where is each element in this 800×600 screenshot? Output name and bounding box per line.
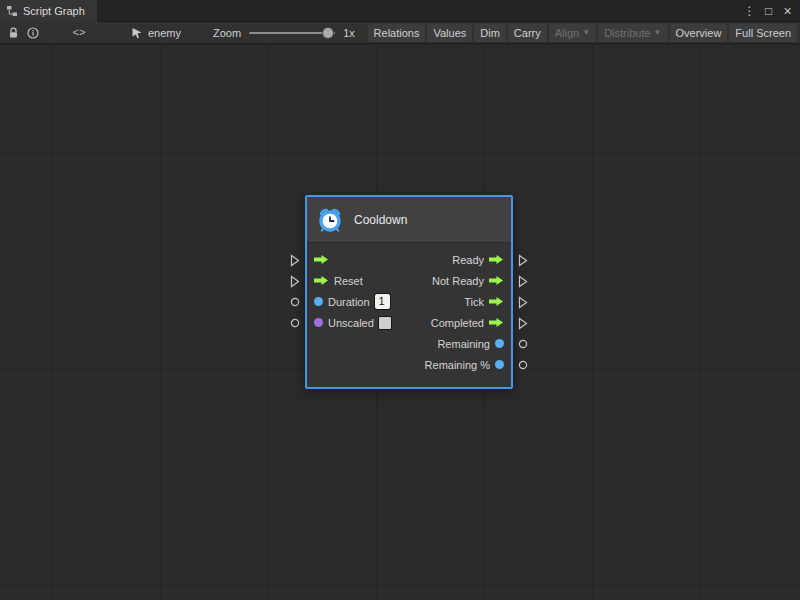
title-bar: Script Graph ⋮ □ × — [0, 0, 800, 22]
graph-target[interactable]: enemy — [131, 27, 181, 39]
port-label: Unscaled — [328, 317, 374, 329]
port-remaining[interactable]: Remaining — [437, 338, 504, 350]
window-menu-button[interactable]: ⋮ — [741, 2, 758, 20]
external-value-connector[interactable] — [290, 297, 300, 307]
node-body: Ready Reset Not Ready Duration 1 — [307, 243, 511, 387]
external-value-connector[interactable] — [518, 339, 528, 349]
port-label: Reset — [334, 275, 363, 287]
script-graph-icon — [6, 5, 18, 17]
node-header[interactable]: Cooldown — [307, 197, 511, 243]
zoom-value: 1x — [343, 27, 355, 39]
port-label: Tick — [464, 296, 484, 308]
graph-toolbar: <> enemy Zoom 1x Relations Values Dim Ca… — [0, 22, 800, 44]
zoom-slider-handle[interactable] — [323, 28, 333, 38]
external-value-connector[interactable] — [290, 318, 300, 328]
flow-port-icon — [489, 275, 504, 286]
target-name: enemy — [148, 27, 181, 39]
flow-port-icon — [314, 254, 329, 265]
distribute-button: Distribute ▼ — [598, 24, 667, 42]
port-label: Remaining % — [425, 359, 490, 371]
zoom-label: Zoom — [213, 27, 241, 39]
unscaled-checkbox[interactable] — [379, 317, 391, 329]
carry-button[interactable]: Carry — [508, 24, 547, 42]
external-flow-connector[interactable] — [518, 254, 528, 267]
lock-icon[interactable] — [3, 24, 23, 42]
port-label: Remaining — [437, 338, 490, 350]
value-port-icon — [314, 318, 323, 327]
align-button: Align ▼ — [549, 24, 596, 42]
port-duration[interactable]: Duration 1 — [314, 294, 390, 309]
external-value-connector[interactable] — [518, 360, 528, 370]
external-flow-connector[interactable] — [518, 296, 528, 309]
node-row: Remaining — [307, 333, 511, 354]
maximize-button[interactable]: □ — [760, 2, 777, 20]
toolbar-buttons: Relations Values Dim Carry Align ▼ Distr… — [366, 24, 797, 42]
dim-button[interactable]: Dim — [474, 24, 506, 42]
external-flow-connector[interactable] — [518, 317, 528, 330]
graph-canvas[interactable]: Cooldown Ready Reset Not Ready — [0, 44, 800, 600]
flow-port-icon — [489, 296, 504, 307]
window-controls: ⋮ □ × — [741, 2, 800, 20]
external-flow-connector[interactable] — [518, 275, 528, 288]
cooldown-node[interactable]: Cooldown Ready Reset Not Ready — [305, 195, 513, 389]
port-label: Not Ready — [432, 275, 484, 287]
chevron-down-icon: ▼ — [654, 24, 662, 42]
value-port-icon — [495, 360, 504, 369]
info-icon[interactable] — [23, 24, 43, 42]
port-unscaled[interactable]: Unscaled — [314, 317, 391, 329]
port-flow-in[interactable] — [314, 254, 329, 265]
external-flow-connector[interactable] — [290, 254, 300, 267]
flow-port-icon — [489, 254, 504, 265]
node-row: Reset Not Ready — [307, 270, 511, 291]
values-button[interactable]: Values — [427, 24, 472, 42]
port-label: Duration — [328, 296, 370, 308]
alarm-clock-icon — [317, 207, 343, 233]
port-not-ready[interactable]: Not Ready — [432, 275, 504, 287]
code-view-icon[interactable]: <> — [69, 24, 89, 42]
external-flow-connector[interactable] — [290, 275, 300, 288]
chevron-down-icon: ▼ — [582, 24, 590, 42]
value-port-icon — [495, 339, 504, 348]
port-ready[interactable]: Ready — [452, 254, 504, 266]
value-port-icon — [314, 297, 323, 306]
node-row: Unscaled Completed — [307, 312, 511, 333]
port-completed[interactable]: Completed — [431, 317, 504, 329]
flow-port-icon — [489, 317, 504, 328]
flow-port-icon — [314, 275, 329, 286]
tab-title: Script Graph — [23, 5, 85, 17]
tab-script-graph[interactable]: Script Graph — [0, 0, 97, 22]
close-button[interactable]: × — [779, 2, 796, 20]
zoom-slider[interactable] — [249, 32, 335, 34]
port-remaining-percent[interactable]: Remaining % — [425, 359, 504, 371]
duration-input[interactable]: 1 — [375, 294, 390, 309]
port-label: Completed — [431, 317, 484, 329]
port-reset[interactable]: Reset — [314, 275, 363, 287]
target-pointer-icon — [131, 27, 143, 39]
node-row: Remaining % — [307, 354, 511, 375]
full-screen-button[interactable]: Full Screen — [729, 24, 797, 42]
overview-button[interactable]: Overview — [670, 24, 728, 42]
node-row: Duration 1 Tick — [307, 291, 511, 312]
node-title: Cooldown — [354, 213, 407, 227]
relations-button[interactable]: Relations — [368, 24, 426, 42]
port-label: Ready — [452, 254, 484, 266]
node-row: Ready — [307, 249, 511, 270]
zoom-control: Zoom 1x — [213, 27, 355, 39]
port-tick[interactable]: Tick — [464, 296, 504, 308]
